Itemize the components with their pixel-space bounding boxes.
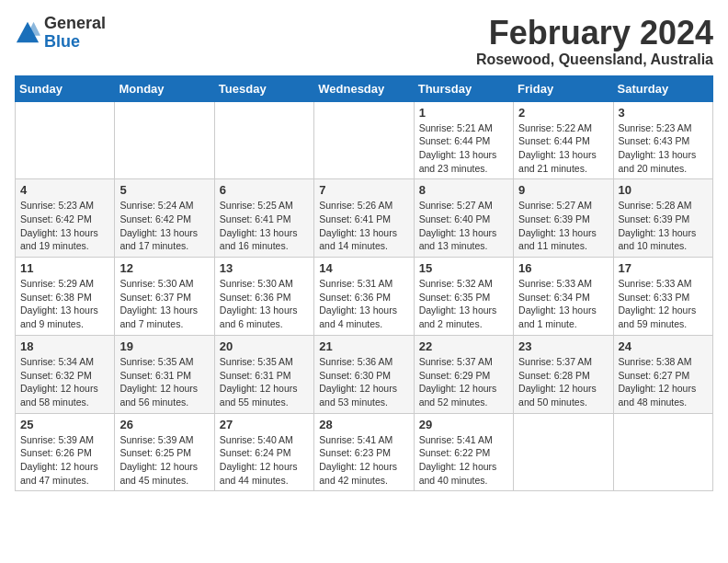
day-number: 25 — [20, 418, 109, 431]
day-info: Sunrise: 5:30 AM Sunset: 6:37 PM Dayligh… — [119, 277, 209, 331]
calendar-week-4: 18Sunrise: 5:34 AM Sunset: 6:32 PM Dayli… — [16, 335, 713, 413]
day-info: Sunrise: 5:23 AM Sunset: 6:42 PM Dayligh… — [20, 199, 109, 253]
day-number: 28 — [319, 418, 408, 431]
table-row: 14Sunrise: 5:31 AM Sunset: 6:36 PM Dayli… — [314, 258, 414, 336]
day-number: 23 — [518, 339, 608, 353]
day-info: Sunrise: 5:39 AM Sunset: 6:25 PM Dayligh… — [119, 433, 209, 488]
header: General Blue February 2024 Rosewood, Que… — [15, 15, 713, 68]
table-row: 22Sunrise: 5:37 AM Sunset: 6:29 PM Dayli… — [414, 335, 513, 413]
month-title: February 2024 — [476, 15, 713, 52]
day-info: Sunrise: 5:29 AM Sunset: 6:38 PM Dayligh… — [20, 277, 109, 331]
table-row: 18Sunrise: 5:34 AM Sunset: 6:32 PM Dayli… — [16, 335, 115, 413]
table-row: 13Sunrise: 5:30 AM Sunset: 6:36 PM Dayli… — [214, 258, 313, 336]
header-friday: Friday — [514, 75, 613, 101]
calendar-week-5: 25Sunrise: 5:39 AM Sunset: 6:26 PM Dayli… — [16, 413, 713, 491]
logo-text: General Blue — [44, 15, 106, 52]
day-number: 14 — [319, 261, 408, 275]
table-row: 26Sunrise: 5:39 AM Sunset: 6:25 PM Dayli… — [115, 413, 214, 491]
header-monday: Monday — [115, 75, 214, 101]
table-row: 17Sunrise: 5:33 AM Sunset: 6:33 PM Dayli… — [613, 258, 712, 336]
day-number: 8 — [419, 183, 508, 197]
day-info: Sunrise: 5:33 AM Sunset: 6:33 PM Dayligh… — [619, 277, 708, 331]
table-row: 7Sunrise: 5:26 AM Sunset: 6:41 PM Daylig… — [314, 179, 414, 258]
day-number: 11 — [20, 261, 109, 275]
day-number: 22 — [419, 339, 508, 353]
calendar-week-1: 1Sunrise: 5:21 AM Sunset: 6:44 PM Daylig… — [16, 101, 713, 179]
table-row: 25Sunrise: 5:39 AM Sunset: 6:26 PM Dayli… — [16, 413, 115, 491]
day-info: Sunrise: 5:25 AM Sunset: 6:41 PM Dayligh… — [220, 199, 309, 253]
table-row: 21Sunrise: 5:36 AM Sunset: 6:30 PM Dayli… — [314, 335, 414, 413]
day-number: 6 — [220, 183, 309, 197]
day-number: 27 — [220, 418, 309, 431]
table-row — [214, 101, 313, 179]
day-number: 29 — [419, 418, 508, 431]
calendar-header-row: Sunday Monday Tuesday Wednesday Thursday… — [16, 75, 713, 101]
day-info: Sunrise: 5:35 AM Sunset: 6:31 PM Dayligh… — [119, 355, 209, 409]
table-row: 1Sunrise: 5:21 AM Sunset: 6:44 PM Daylig… — [414, 101, 513, 179]
table-row: 15Sunrise: 5:32 AM Sunset: 6:35 PM Dayli… — [414, 258, 513, 336]
table-row: 2Sunrise: 5:22 AM Sunset: 6:44 PM Daylig… — [514, 101, 613, 179]
day-number: 2 — [518, 106, 608, 120]
day-info: Sunrise: 5:35 AM Sunset: 6:31 PM Dayligh… — [220, 355, 309, 409]
day-info: Sunrise: 5:41 AM Sunset: 6:23 PM Dayligh… — [319, 433, 408, 488]
table-row — [514, 413, 613, 491]
day-number: 13 — [220, 261, 309, 275]
day-info: Sunrise: 5:22 AM Sunset: 6:44 PM Dayligh… — [518, 121, 608, 176]
day-number: 20 — [220, 339, 309, 353]
table-row: 16Sunrise: 5:33 AM Sunset: 6:34 PM Dayli… — [514, 258, 613, 336]
day-number: 12 — [119, 261, 209, 275]
day-number: 16 — [518, 261, 608, 275]
day-number: 1 — [419, 106, 508, 120]
header-sunday: Sunday — [16, 75, 115, 101]
table-row — [613, 413, 712, 491]
table-row: 24Sunrise: 5:38 AM Sunset: 6:27 PM Dayli… — [613, 335, 712, 413]
table-row: 23Sunrise: 5:37 AM Sunset: 6:28 PM Dayli… — [514, 335, 613, 413]
table-row — [16, 101, 115, 179]
day-info: Sunrise: 5:27 AM Sunset: 6:39 PM Dayligh… — [518, 199, 608, 253]
day-info: Sunrise: 5:33 AM Sunset: 6:34 PM Dayligh… — [518, 277, 608, 331]
table-row: 10Sunrise: 5:28 AM Sunset: 6:39 PM Dayli… — [613, 179, 712, 258]
day-info: Sunrise: 5:21 AM Sunset: 6:44 PM Dayligh… — [419, 121, 508, 176]
location-title: Rosewood, Queensland, Australia — [476, 52, 713, 68]
day-number: 17 — [619, 261, 708, 275]
header-wednesday: Wednesday — [314, 75, 414, 101]
table-row: 20Sunrise: 5:35 AM Sunset: 6:31 PM Dayli… — [214, 335, 313, 413]
title-section: February 2024 Rosewood, Queensland, Aust… — [476, 15, 713, 68]
day-number: 15 — [419, 261, 508, 275]
day-info: Sunrise: 5:41 AM Sunset: 6:22 PM Dayligh… — [419, 433, 508, 488]
table-row: 3Sunrise: 5:23 AM Sunset: 6:43 PM Daylig… — [613, 101, 712, 179]
day-info: Sunrise: 5:38 AM Sunset: 6:27 PM Dayligh… — [619, 355, 708, 409]
day-info: Sunrise: 5:36 AM Sunset: 6:30 PM Dayligh… — [319, 355, 408, 409]
table-row: 6Sunrise: 5:25 AM Sunset: 6:41 PM Daylig… — [214, 179, 313, 258]
header-saturday: Saturday — [613, 75, 712, 101]
day-number: 10 — [619, 183, 708, 197]
table-row — [115, 101, 214, 179]
logo-icon — [15, 20, 40, 46]
header-thursday: Thursday — [414, 75, 513, 101]
day-info: Sunrise: 5:40 AM Sunset: 6:24 PM Dayligh… — [220, 433, 309, 488]
day-number: 26 — [119, 418, 209, 431]
day-info: Sunrise: 5:31 AM Sunset: 6:36 PM Dayligh… — [319, 277, 408, 331]
table-row: 27Sunrise: 5:40 AM Sunset: 6:24 PM Dayli… — [214, 413, 313, 491]
header-tuesday: Tuesday — [214, 75, 313, 101]
table-row: 19Sunrise: 5:35 AM Sunset: 6:31 PM Dayli… — [115, 335, 214, 413]
table-row: 28Sunrise: 5:41 AM Sunset: 6:23 PM Dayli… — [314, 413, 414, 491]
day-info: Sunrise: 5:30 AM Sunset: 6:36 PM Dayligh… — [220, 277, 309, 331]
day-number: 21 — [319, 339, 408, 353]
day-info: Sunrise: 5:23 AM Sunset: 6:43 PM Dayligh… — [619, 121, 708, 176]
day-info: Sunrise: 5:32 AM Sunset: 6:35 PM Dayligh… — [419, 277, 508, 331]
day-number: 9 — [518, 183, 608, 197]
day-info: Sunrise: 5:28 AM Sunset: 6:39 PM Dayligh… — [619, 199, 708, 253]
day-number: 4 — [20, 183, 109, 197]
day-number: 5 — [119, 183, 209, 197]
day-info: Sunrise: 5:27 AM Sunset: 6:40 PM Dayligh… — [419, 199, 508, 253]
day-info: Sunrise: 5:34 AM Sunset: 6:32 PM Dayligh… — [20, 355, 109, 409]
day-number: 19 — [119, 339, 209, 353]
table-row: 12Sunrise: 5:30 AM Sunset: 6:37 PM Dayli… — [115, 258, 214, 336]
calendar-week-3: 11Sunrise: 5:29 AM Sunset: 6:38 PM Dayli… — [16, 258, 713, 336]
table-row: 29Sunrise: 5:41 AM Sunset: 6:22 PM Dayli… — [414, 413, 513, 491]
table-row — [314, 101, 414, 179]
day-info: Sunrise: 5:39 AM Sunset: 6:26 PM Dayligh… — [20, 433, 109, 488]
day-number: 3 — [619, 106, 708, 120]
table-row: 8Sunrise: 5:27 AM Sunset: 6:40 PM Daylig… — [414, 179, 513, 258]
